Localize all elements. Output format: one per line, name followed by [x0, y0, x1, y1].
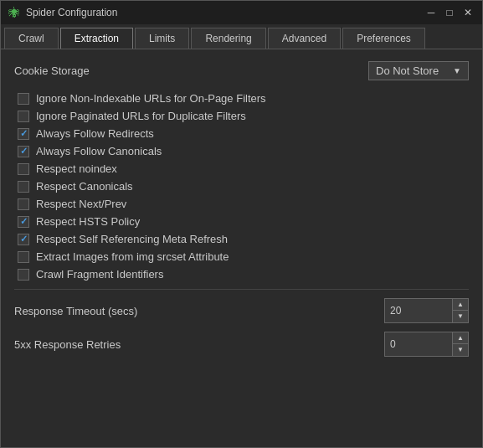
checkbox-row-3: Always Follow Canonicals [14, 145, 469, 157]
checkbox-row-10: Crawl Fragment Identifiers [14, 268, 469, 281]
cookie-storage-value: Do Not Store [376, 64, 439, 77]
checkbox-respect-canonicals[interactable] [18, 181, 29, 193]
5xx-retries-spinner: ▲ ▼ [384, 332, 469, 357]
checkbox-ignore-paginated[interactable] [18, 111, 29, 122]
checkbox-label-6: Respect Next/Prev [36, 198, 126, 210]
content-area: Cookie Storage Do Not Store ▼ Ignore Non… [1, 49, 482, 447]
checkbox-label-5: Respect Canonicals [36, 180, 133, 193]
checkbox-respect-self-ref[interactable] [18, 234, 29, 245]
5xx-retries-row: 5xx Response Retries ▲ ▼ [14, 332, 469, 357]
5xx-retries-buttons: ▲ ▼ [452, 332, 468, 356]
cookie-storage-label: Cookie Storage [14, 64, 368, 77]
cookie-storage-row: Cookie Storage Do Not Store ▼ [14, 61, 469, 80]
checkbox-always-follow-canonicals[interactable] [18, 146, 29, 157]
window-controls: ─ □ ✕ [424, 5, 475, 20]
checkbox-label-2: Always Follow Redirects [36, 127, 154, 140]
title-bar: 🕷 Spider Configuration ─ □ ✕ [1, 1, 482, 24]
divider [14, 289, 469, 290]
checkbox-label-0: Ignore Non-Indexable URLs for On-Page Fi… [36, 92, 266, 105]
close-button[interactable]: ✕ [460, 5, 475, 20]
5xx-retries-down[interactable]: ▼ [453, 344, 468, 356]
main-window: 🕷 Spider Configuration ─ □ ✕ Crawl Extra… [0, 0, 483, 448]
checkbox-label-9: Extract Images from img srcset Attribute [36, 250, 229, 263]
response-timeout-input[interactable] [385, 302, 452, 319]
checkbox-label-7: Respect HSTS Policy [36, 215, 140, 228]
tab-limits[interactable]: Limits [135, 28, 189, 49]
window-title: Spider Configuration [26, 7, 424, 18]
5xx-retries-label: 5xx Response Retries [14, 338, 384, 351]
checkbox-respect-hsts[interactable] [18, 216, 29, 228]
tab-crawl[interactable]: Crawl [4, 28, 59, 49]
response-timeout-down[interactable]: ▼ [453, 311, 468, 322]
checkbox-row-7: Respect HSTS Policy [14, 215, 469, 228]
checkbox-ignore-non-indexable[interactable] [18, 93, 29, 105]
tab-rendering[interactable]: Rendering [191, 28, 265, 49]
minimize-button[interactable]: ─ [424, 5, 439, 20]
maximize-button[interactable]: □ [442, 5, 457, 20]
checkbox-row-1: Ignore Paginated URLs for Duplicate Filt… [14, 110, 469, 122]
checkbox-label-10: Crawl Fragment Identifiers [36, 268, 163, 281]
5xx-retries-input[interactable] [385, 336, 452, 353]
checkbox-always-follow-redirects[interactable] [18, 128, 29, 140]
checkbox-row-0: Ignore Non-Indexable URLs for On-Page Fi… [14, 92, 469, 105]
tab-advanced[interactable]: Advanced [268, 28, 341, 49]
cookie-storage-dropdown[interactable]: Do Not Store ▼ [368, 61, 469, 80]
tab-preferences[interactable]: Preferences [342, 28, 425, 49]
response-timeout-label: Response Timeout (secs) [14, 305, 384, 317]
response-timeout-buttons: ▲ ▼ [452, 299, 468, 322]
checkbox-label-8: Respect Self Referencing Meta Refresh [36, 233, 228, 245]
app-icon: 🕷 [8, 6, 21, 19]
checkbox-row-9: Extract Images from img srcset Attribute [14, 250, 469, 263]
checkbox-row-8: Respect Self Referencing Meta Refresh [14, 233, 469, 245]
response-timeout-up[interactable]: ▲ [453, 299, 468, 311]
checkbox-row-2: Always Follow Redirects [14, 127, 469, 140]
checkbox-label-4: Respect noindex [36, 162, 117, 175]
5xx-retries-up[interactable]: ▲ [453, 332, 468, 344]
checkbox-row-4: Respect noindex [14, 162, 469, 175]
checkbox-label-1: Ignore Paginated URLs for Duplicate Filt… [36, 110, 246, 122]
response-timeout-row: Response Timeout (secs) ▲ ▼ [14, 298, 469, 323]
dropdown-arrow-icon: ▼ [453, 66, 461, 75]
checkbox-respect-noindex[interactable] [18, 163, 29, 175]
checkbox-extract-images[interactable] [18, 251, 29, 263]
checkbox-crawl-fragment[interactable] [18, 269, 29, 281]
checkbox-row-5: Respect Canonicals [14, 180, 469, 193]
checkbox-label-3: Always Follow Canonicals [36, 145, 162, 157]
checkbox-respect-next-prev[interactable] [18, 198, 29, 210]
tab-extraction[interactable]: Extraction [60, 28, 133, 49]
checkbox-row-6: Respect Next/Prev [14, 198, 469, 210]
response-timeout-spinner: ▲ ▼ [384, 298, 469, 323]
tab-bar: Crawl Extraction Limits Rendering Advanc… [1, 24, 482, 49]
